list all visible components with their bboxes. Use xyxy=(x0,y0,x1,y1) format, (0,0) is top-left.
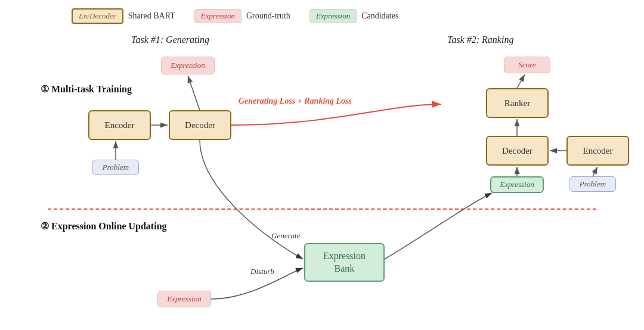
expression-bank-box: ExpressionBank xyxy=(304,243,385,282)
problem1-box: Problem xyxy=(92,160,139,175)
encoder1-box: Encoder xyxy=(88,110,151,140)
generate-label: Generate xyxy=(271,231,300,241)
expression-bottom-box: Expression xyxy=(157,291,211,307)
decoder1-box: Decoder xyxy=(169,110,231,140)
section2-label: ② Expression Online Updating xyxy=(41,220,167,232)
problem2-box: Problem xyxy=(569,176,616,192)
svg-line-6 xyxy=(517,74,525,88)
legend-encoder: En/Decoder Shared BART xyxy=(72,8,175,24)
legend-groundtruth: Expression Ground-truth xyxy=(194,9,290,23)
section1-label: ① Multi-task Training xyxy=(41,83,132,95)
expression-bank-label: ExpressionBank xyxy=(323,250,366,275)
legend-encoder-desc: Shared BART xyxy=(128,11,175,21)
score-box: Score xyxy=(504,57,550,73)
loss-label: Generating Loss + Ranking Loss xyxy=(239,96,352,106)
decoder2-box: Decoder xyxy=(486,136,549,166)
svg-line-4 xyxy=(188,76,200,110)
encoder2-box: Encoder xyxy=(566,136,629,166)
expression-mid-box: Expression xyxy=(490,176,544,193)
legend-candidates-desc: Candidates xyxy=(361,11,398,21)
task1-label: Task #1: Generating xyxy=(131,35,209,45)
svg-line-10 xyxy=(593,167,597,176)
legend-encoder-box: En/Decoder xyxy=(72,8,123,24)
disturb-label: Disturb xyxy=(250,267,274,276)
legend-groundtruth-box: Expression xyxy=(194,9,242,23)
expression-top-box: Expression xyxy=(161,57,215,74)
separator-line xyxy=(48,208,596,210)
ranker-box: Ranker xyxy=(486,88,549,118)
legend-groundtruth-desc: Ground-truth xyxy=(246,11,290,21)
legend-candidates-box: Expression xyxy=(309,9,357,23)
legend: En/Decoder Shared BART Expression Ground… xyxy=(72,8,398,24)
legend-candidates: Expression Candidates xyxy=(309,9,399,23)
task2-label: Task #2: Ranking xyxy=(447,35,513,45)
